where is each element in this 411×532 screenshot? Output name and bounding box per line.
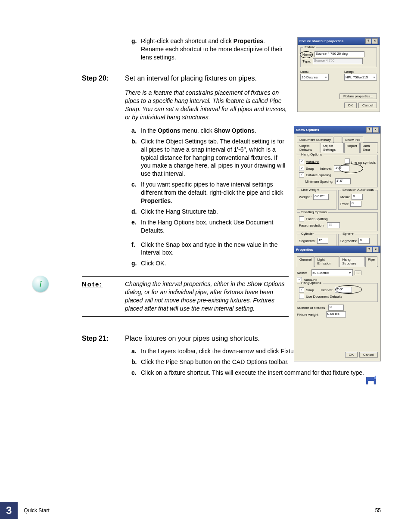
tab-show-info[interactable]: Show Info <box>342 137 363 143</box>
sph-seg-input[interactable]: 8 <box>358 238 370 244</box>
type-input: Source 4 750 <box>313 58 363 64</box>
fieldset-legend: Line Weight <box>300 188 321 192</box>
close-icon[interactable]: × <box>372 38 378 44</box>
interval-label: Interval: <box>321 288 333 292</box>
usedoc-label: Use Document Defaults <box>306 295 342 299</box>
tab-row-1: Document Summary Show Info <box>297 136 378 143</box>
pipe-snap-icon <box>365 375 377 386</box>
note-text: Changing the interval properties, either… <box>125 280 289 313</box>
type-label: Type: <box>302 59 311 63</box>
lineup-checkbox[interactable] <box>345 159 350 164</box>
item-text: Click OK. <box>141 259 289 268</box>
annotation-circle <box>300 51 313 58</box>
dialog-titlebar[interactable]: Show Options ? × <box>294 126 380 134</box>
close-icon[interactable]: × <box>373 247 379 252</box>
step-20-list: a.In the Options menu, click Show Option… <box>131 127 289 268</box>
dialog-title: Fixture shortcut properties <box>299 39 343 43</box>
page-footer: 3 Quick Start 55 <box>0 502 411 519</box>
fieldset-legend: Sphere <box>341 232 355 236</box>
numfix-label: Number of fixtures <box>297 306 325 310</box>
step-title: Set an interval for placing fixtures on … <box>125 74 289 83</box>
prod-input[interactable]: 0 <box>350 201 361 207</box>
tab-report[interactable]: Report <box>344 143 360 153</box>
enforce-checkbox[interactable]: ✓ <box>299 172 304 177</box>
cancel-button[interactable]: Cancel <box>359 352 378 358</box>
name-input[interactable]: Source 4 750 26 deg <box>314 51 364 57</box>
fixweight-label: Fixture weight <box>297 313 318 317</box>
note-block: Note: Changing the interval properties, … <box>82 276 289 317</box>
sph-seg-label: Segments: <box>340 239 357 243</box>
lamp-select[interactable]: HPL 750w/115▼ <box>344 74 377 81</box>
dialog-title: Properties <box>296 248 313 252</box>
step19-continued-list: g. Right-click each shortcut and click P… <box>131 37 289 62</box>
ok-button[interactable]: OK <box>344 103 357 108</box>
item-text: Click the Snap box and type in the new v… <box>141 241 289 257</box>
enforce-label: Enforce Spacing <box>306 173 331 177</box>
step-title: Place fixtures on your pipes using short… <box>125 334 289 343</box>
name-browse-button[interactable]: ... <box>355 271 362 275</box>
name-label: Name: <box>297 271 307 275</box>
dialog-titlebar[interactable]: Fixture shortcut properties ? × <box>298 37 380 45</box>
show-options-dialog: Show Options ? × Document Summary Show I… <box>294 126 381 263</box>
menu-label: Menu: <box>340 195 350 199</box>
tab-document-summary[interactable]: Document Summary <box>297 137 333 143</box>
interval-label: Interval: <box>320 167 332 171</box>
tab-object-defaults[interactable]: Object Defaults <box>297 143 320 153</box>
cyl-seg-input[interactable]: 15 <box>317 238 328 244</box>
autolink-checkbox[interactable]: ✓ <box>299 159 304 164</box>
snap-checkbox[interactable]: ✓ <box>299 166 304 171</box>
tab-light-emission[interactable]: Light Emission <box>314 256 339 267</box>
weight-input[interactable]: 0.015" <box>313 194 329 200</box>
item-text: In the Hang Options box, uncheck Use Doc… <box>141 218 289 235</box>
autolink-label: AutoLink <box>306 160 319 164</box>
step-label: Step 21: <box>82 334 125 343</box>
usedoc-checkbox[interactable] <box>299 294 304 299</box>
fieldset-legend: HangOptions <box>300 281 323 285</box>
menu-input[interactable]: 0 <box>352 194 363 200</box>
numfix-input: 0 <box>328 305 344 311</box>
fieldset-legend: Cylinder <box>300 232 315 236</box>
cancel-button[interactable]: Cancel <box>358 103 377 108</box>
tab-pipe[interactable]: Pipe <box>365 256 377 267</box>
snap-label: Snap <box>306 167 314 171</box>
facet-split-checkbox[interactable] <box>299 216 304 221</box>
tab-row-2: Object Defaults Object Settings Report D… <box>297 142 378 153</box>
fixture-shortcut-dialog: Fixture shortcut properties ? × Fixture … <box>297 37 380 112</box>
chapter-number: 3 <box>0 502 18 519</box>
ok-button[interactable]: OK <box>345 352 358 358</box>
fieldset-legend: Emission AutoFocus <box>341 188 375 192</box>
main-content: g. Right-click each shortcut and click P… <box>82 37 289 380</box>
close-icon[interactable]: × <box>373 127 379 133</box>
step-20-header: Step 20: Set an interval for placing fix… <box>82 74 289 83</box>
annotation-circle <box>335 285 362 294</box>
facet-res-input: 15 <box>327 222 340 228</box>
lens-select[interactable]: 26 Degree▼ <box>300 74 329 81</box>
list-item: g. Right-click each shortcut and click P… <box>131 37 289 62</box>
item-text: Click the Object Settings tab. The defau… <box>141 137 289 178</box>
snap-checkbox[interactable]: ✓ <box>299 287 304 292</box>
help-icon[interactable]: ? <box>366 247 372 252</box>
chapter-name: Quick Start <box>24 507 375 513</box>
dialog-titlebar[interactable]: Properties ? × <box>294 246 380 253</box>
facet-split-label: Facet Splitting <box>306 217 328 221</box>
dialog-title: Show Options <box>296 128 319 132</box>
tab-general[interactable]: General <box>297 256 314 267</box>
minspacing-input[interactable]: 1'-0" <box>335 178 351 184</box>
tab-data-error[interactable]: Data Error <box>360 143 377 153</box>
item-text: Click the Hang Structure tab. <box>141 208 289 216</box>
tab-hang-structure[interactable]: Hang Structure <box>339 256 365 267</box>
fieldset-legend: Shading Options <box>300 210 328 214</box>
help-icon[interactable]: ? <box>365 38 371 44</box>
fieldset-legend: Hang Options <box>300 152 324 156</box>
step-20-intro: There is a feature that constrains place… <box>125 89 289 121</box>
name-select[interactable]: #2 Electric▼ <box>311 269 353 276</box>
properties-dialog: Properties ? × General Light Emission Ha… <box>294 246 381 361</box>
help-icon[interactable]: ? <box>366 127 372 133</box>
minspacing-label: Minimum Spacing: <box>305 180 333 184</box>
step-label: Step 20: <box>82 74 125 83</box>
fixweight-input: 0.00 lbs <box>326 311 346 317</box>
step-21-header: Step 21: Place fixtures on your pipes us… <box>82 334 289 343</box>
tab-object-settings[interactable]: Object Settings <box>321 143 344 153</box>
fixture-properties-button[interactable]: Fixture properties... <box>339 93 377 99</box>
item-text: Right-click each shortcut and click Prop… <box>141 37 289 62</box>
